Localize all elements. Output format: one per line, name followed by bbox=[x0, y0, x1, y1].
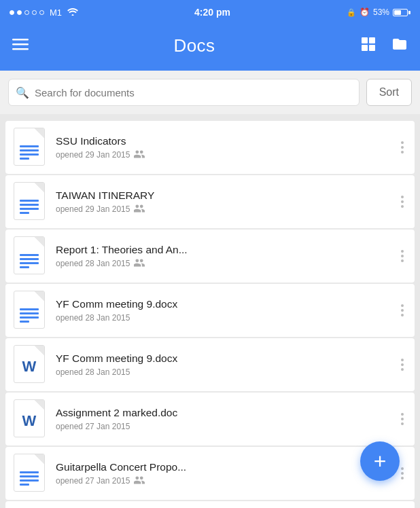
doc-more-button[interactable] bbox=[398, 407, 406, 431]
doc-meta: opened 27 Jan 2015 bbox=[56, 422, 398, 431]
signal-dot-2 bbox=[17, 10, 22, 15]
list-item[interactable]: YF Comm meeting 9.docxopened 28 Jan 2015 bbox=[5, 284, 415, 337]
folder-button[interactable] bbox=[391, 36, 408, 55]
signal-dot-5 bbox=[39, 10, 44, 15]
doc-thumb bbox=[14, 128, 46, 167]
header-actions bbox=[360, 36, 408, 55]
sort-button[interactable]: Sort bbox=[366, 79, 412, 106]
doc-name: Guitarpella Concert Propo... bbox=[56, 461, 398, 473]
status-right: 🔒 ⏰ 53% bbox=[347, 7, 410, 17]
doc-thumb: W bbox=[14, 399, 46, 439]
grid-view-button[interactable] bbox=[360, 36, 377, 55]
doc-more-button[interactable] bbox=[398, 136, 406, 159]
search-input[interactable] bbox=[35, 87, 352, 98]
list-item[interactable]: W YF Comm meeting 9.docxopened 28 Jan 20… bbox=[5, 338, 415, 391]
doc-meta: opened 29 Jan 2015 bbox=[56, 204, 398, 215]
shared-icon bbox=[134, 476, 145, 486]
list-item[interactable]: Report 1: Theories and An...opened 28 Ja… bbox=[5, 230, 415, 283]
carrier-label: M1 bbox=[50, 7, 62, 18]
doc-more-button[interactable] bbox=[398, 462, 406, 485]
doc-more-button[interactable] bbox=[398, 353, 406, 376]
signal-dot-4 bbox=[32, 10, 37, 15]
search-input-wrap: 🔍 bbox=[8, 79, 360, 106]
menu-button[interactable] bbox=[12, 36, 29, 55]
battery-percent: 53% bbox=[373, 7, 389, 17]
status-left: M1 bbox=[10, 7, 78, 18]
doc-more-button[interactable] bbox=[398, 190, 406, 213]
doc-meta: opened 29 Jan 2015 bbox=[56, 150, 398, 160]
gdoc-icon bbox=[14, 128, 45, 166]
doc-meta: opened 28 Jan 2015 bbox=[56, 313, 398, 323]
doc-meta: opened 27 Jan 2015 bbox=[56, 476, 398, 486]
doc-name: YF Comm meeting 9.docx bbox=[56, 352, 398, 365]
shared-icon bbox=[134, 150, 145, 160]
doc-meta: opened 28 Jan 2015 bbox=[56, 367, 398, 377]
document-list: SSU Indicatorsopened 29 Jan 2015 TAIWAN … bbox=[0, 114, 420, 508]
doc-name: Report 1: Theories and An... bbox=[56, 244, 398, 256]
doc-more-button[interactable] bbox=[398, 244, 406, 268]
svg-rect-1 bbox=[12, 43, 29, 46]
signal-dot-3 bbox=[24, 10, 29, 15]
search-icon: 🔍 bbox=[16, 86, 29, 99]
doc-info: YF Comm meeting 9.docxopened 28 Jan 2015 bbox=[56, 298, 398, 323]
signal-dot-1 bbox=[10, 10, 14, 15]
add-document-button[interactable]: + bbox=[360, 441, 400, 481]
list-item[interactable]: W Assignment 2 marked.docopened 27 Jan 2… bbox=[5, 393, 415, 446]
doc-more-button[interactable] bbox=[398, 299, 406, 322]
list-item[interactable]: SSU Indicatorsopened 29 Jan 2015 bbox=[5, 121, 415, 174]
search-bar: 🔍 Sort bbox=[0, 71, 420, 114]
header: Docs bbox=[0, 24, 420, 71]
svg-rect-0 bbox=[12, 39, 29, 41]
doc-info: TAIWAN ITINERARYopened 29 Jan 2015 bbox=[56, 189, 398, 215]
list-item[interactable]: Guitarpella Concert Propo...opened 27 Ja… bbox=[5, 447, 415, 500]
doc-name: Assignment 2 marked.doc bbox=[56, 407, 398, 419]
doc-meta: opened 28 Jan 2015 bbox=[56, 259, 398, 269]
doc-thumb bbox=[14, 182, 46, 221]
gdoc-icon bbox=[14, 236, 45, 274]
doc-info: Report 1: Theories and An...opened 28 Ja… bbox=[56, 244, 398, 269]
alarm-icon: ⏰ bbox=[360, 7, 370, 17]
word-icon: W bbox=[14, 345, 45, 383]
svg-rect-6 bbox=[369, 45, 375, 51]
shared-icon bbox=[134, 204, 145, 215]
gdoc-icon bbox=[14, 182, 45, 220]
gdoc-icon bbox=[14, 454, 45, 492]
doc-thumb bbox=[14, 454, 46, 493]
word-icon: W bbox=[14, 399, 45, 437]
list-item[interactable]: Laser Tag Taiwan Trip 030opened 27 Jan 2… bbox=[5, 501, 415, 508]
svg-rect-3 bbox=[362, 37, 368, 43]
svg-rect-4 bbox=[369, 37, 375, 43]
doc-info: Assignment 2 marked.docopened 27 Jan 201… bbox=[56, 407, 398, 431]
status-time: 4:20 pm bbox=[194, 7, 230, 18]
doc-info: Guitarpella Concert Propo...opened 27 Ja… bbox=[56, 461, 398, 486]
doc-thumb: W bbox=[14, 345, 46, 384]
doc-name: TAIWAN ITINERARY bbox=[56, 189, 398, 202]
doc-thumb bbox=[14, 291, 46, 330]
svg-rect-5 bbox=[362, 45, 368, 51]
gdoc-icon bbox=[14, 291, 45, 329]
doc-name: SSU Indicators bbox=[56, 135, 398, 147]
status-bar: M1 4:20 pm 🔒 ⏰ 53% bbox=[0, 0, 420, 24]
doc-info: YF Comm meeting 9.docxopened 28 Jan 2015 bbox=[56, 352, 398, 377]
svg-rect-2 bbox=[12, 48, 29, 50]
doc-info: SSU Indicatorsopened 29 Jan 2015 bbox=[56, 135, 398, 160]
lock-icon: 🔒 bbox=[347, 8, 356, 17]
list-item[interactable]: TAIWAN ITINERARYopened 29 Jan 2015 bbox=[5, 175, 415, 228]
wifi-icon bbox=[67, 7, 78, 18]
doc-name: YF Comm meeting 9.docx bbox=[56, 298, 398, 310]
battery-icon bbox=[393, 9, 410, 16]
page-title: Docs bbox=[173, 35, 215, 56]
doc-thumb bbox=[14, 236, 46, 276]
shared-icon bbox=[134, 259, 145, 269]
